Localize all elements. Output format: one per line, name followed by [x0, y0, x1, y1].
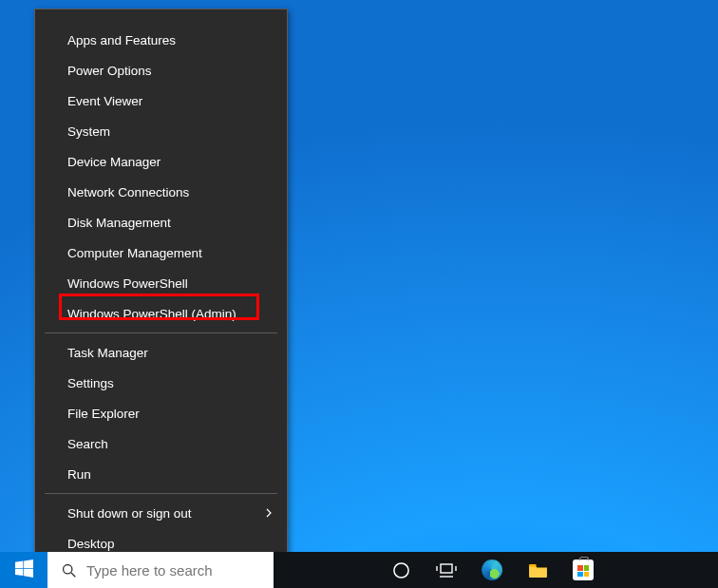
chevron-right-icon — [264, 508, 274, 518]
menu-separator — [45, 493, 277, 494]
microsoft-store-button[interactable] — [560, 552, 606, 588]
svg-marker-0 — [15, 560, 23, 567]
task-view-button[interactable] — [424, 552, 469, 588]
menu-item-search[interactable]: Search — [35, 428, 287, 459]
taskbar-search-box[interactable] — [47, 552, 274, 588]
menu-item-power-options[interactable]: Power Options — [35, 55, 287, 85]
taskbar — [0, 552, 718, 588]
svg-marker-1 — [24, 560, 33, 568]
menu-item-file-explorer[interactable]: File Explorer — [35, 398, 287, 428]
svg-rect-7 — [441, 564, 452, 573]
menu-item-shut-down-or-sign-out[interactable]: Shut down or sign out — [35, 498, 287, 528]
file-explorer-button[interactable] — [515, 552, 560, 588]
menu-item-windows-powershell-admin[interactable]: Windows PowerShell (Admin) — [35, 298, 287, 329]
menu-item-label: Search — [67, 437, 108, 451]
menu-item-label: Settings — [67, 376, 114, 390]
menu-item-run[interactable]: Run — [35, 459, 287, 489]
svg-point-6 — [393, 562, 407, 577]
search-input[interactable] — [86, 562, 257, 579]
menu-item-label: Computer Management — [67, 246, 202, 260]
svg-line-5 — [71, 573, 75, 577]
menu-item-label: Windows PowerShell (Admin) — [67, 307, 236, 321]
menu-item-disk-management[interactable]: Disk Management — [35, 207, 287, 237]
svg-point-4 — [64, 564, 72, 573]
start-button[interactable] — [0, 552, 47, 588]
menu-item-label: Desktop — [67, 537, 115, 551]
menu-item-label: File Explorer — [67, 407, 140, 421]
menu-item-system[interactable]: System — [35, 116, 287, 146]
menu-item-settings[interactable]: Settings — [35, 368, 287, 398]
menu-item-event-viewer[interactable]: Event Viewer — [35, 85, 287, 116]
task-view-icon — [436, 561, 457, 579]
menu-item-windows-powershell[interactable]: Windows PowerShell — [35, 268, 287, 298]
menu-item-label: Shut down or sign out — [67, 506, 192, 521]
menu-item-label: Windows PowerShell — [67, 276, 188, 291]
menu-item-label: Apps and Features — [67, 33, 176, 47]
edge-browser-button[interactable] — [469, 552, 515, 588]
svg-marker-3 — [24, 568, 33, 577]
menu-item-label: Event Viewer — [67, 94, 142, 108]
taskbar-spacer — [274, 552, 378, 588]
menu-item-network-connections[interactable]: Network Connections — [35, 177, 287, 207]
taskbar-pinned-icons — [378, 552, 606, 588]
svg-rect-11 — [529, 563, 537, 566]
menu-item-label: Disk Management — [67, 216, 171, 230]
desktop[interactable]: Apps and Features Power Options Event Vi… — [0, 0, 718, 588]
menu-item-label: Power Options — [67, 64, 152, 78]
cortana-button[interactable] — [378, 552, 424, 588]
menu-item-label: Device Manager — [67, 155, 161, 169]
windows-logo-icon — [15, 560, 33, 581]
menu-item-label: Run — [67, 467, 91, 482]
edge-icon — [482, 560, 502, 580]
search-icon — [61, 562, 77, 579]
menu-item-device-manager[interactable]: Device Manager — [35, 146, 287, 177]
menu-item-label: Task Manager — [67, 346, 148, 360]
menu-item-label: Network Connections — [67, 185, 189, 199]
menu-item-apps-and-features[interactable]: Apps and Features — [35, 25, 287, 55]
menu-item-task-manager[interactable]: Task Manager — [35, 337, 287, 368]
svg-marker-2 — [15, 568, 23, 575]
menu-item-label: System — [67, 124, 110, 139]
winx-context-menu: Apps and Features Power Options Event Vi… — [34, 9, 288, 556]
folder-icon — [528, 562, 548, 579]
menu-item-computer-management[interactable]: Computer Management — [35, 237, 287, 268]
circle-icon — [392, 561, 410, 579]
menu-separator — [45, 332, 277, 333]
store-icon — [573, 560, 594, 580]
